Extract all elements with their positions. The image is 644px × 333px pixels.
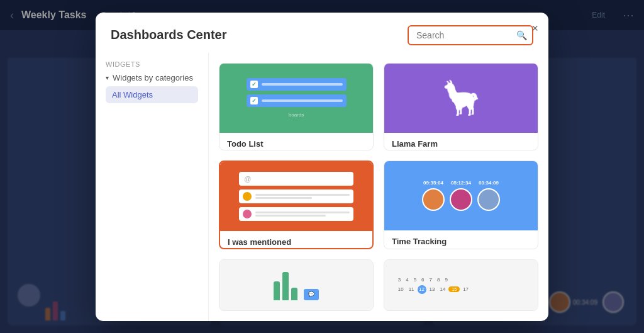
- time-tracking-preview: 09:35:04 05:12:34 00:34:09: [384, 161, 538, 230]
- search-wrapper: 🔍: [408, 25, 533, 45]
- time-tracking-name: Time Tracking: [392, 237, 530, 246]
- date-highlight: 15: [448, 286, 460, 292]
- chart-bar-1: [274, 281, 280, 300]
- widget-card-bottom-1[interactable]: 💬: [219, 259, 374, 311]
- bottom-preview-2: 3 4 5 6 7 8 9 10 11 12: [384, 260, 538, 310]
- num-3: 5: [412, 276, 418, 283]
- chart-bar-2: [282, 272, 289, 300]
- llama-farm-info: Llama Farm Get motivated as a team to tu…: [384, 133, 538, 150]
- widgets-grid: ✓ ✓ boards Todo List List things: [209, 53, 548, 321]
- avatars-row: 09:35:04 05:12:34 00:34:09: [422, 180, 500, 211]
- sidebar: Widgets ▾ Widgets by categories All Widg…: [96, 53, 209, 321]
- num-5: 7: [428, 276, 434, 283]
- tt-avatar-wrap-3: 00:34:09: [477, 180, 500, 211]
- chat-bubble: 💬: [304, 289, 319, 300]
- num-9: 11: [407, 286, 416, 293]
- number-grid: 3 4 5 6 7 8 9 10 11 12: [394, 274, 529, 296]
- tt-time-3: 00:34:09: [479, 180, 499, 186]
- tt-avatar-2: [450, 188, 472, 211]
- num-12: 17: [461, 286, 470, 293]
- time-tracking-desc: Time Tracking allows you to track time f…: [392, 249, 530, 249]
- mention-row-2: [239, 207, 353, 221]
- num-6: 8: [435, 276, 441, 283]
- llama-farm-preview: 🦙: [384, 64, 538, 133]
- time-tracking-info: Time Tracking Time Tracking allows you t…: [384, 230, 538, 249]
- chevron-down-icon: ▾: [106, 74, 109, 81]
- close-button[interactable]: ×: [531, 23, 538, 34]
- mention-at-field: @: [239, 172, 353, 186]
- modal-body: Widgets ▾ Widgets by categories All Widg…: [96, 53, 548, 321]
- modal-header: Dashboards Center 🔍 ×: [96, 13, 548, 53]
- num-7: 9: [443, 276, 449, 283]
- num-8: 10: [396, 286, 406, 293]
- mentioned-name: I was mentioned: [228, 237, 365, 247]
- tt-time-2: 05:12:34: [451, 180, 471, 186]
- widget-card-llama-farm[interactable]: 🦙 Llama Farm Get motivated as a team to …: [384, 63, 538, 150]
- widget-card-todo-list[interactable]: ✓ ✓ boards Todo List List things: [219, 63, 374, 150]
- llama-icon: 🦙: [441, 79, 482, 117]
- mentioned-preview: @: [220, 162, 372, 231]
- bottom-preview-1: 💬: [219, 260, 373, 310]
- tt-time-1: 09:35:04: [423, 180, 443, 186]
- widget-card-mentioned[interactable]: @: [219, 161, 374, 249]
- num-4: 6: [419, 276, 426, 283]
- tt-avatar-1: [422, 188, 445, 211]
- todo-list-preview: ✓ ✓ boards: [219, 64, 373, 133]
- search-icon: 🔍: [516, 30, 527, 40]
- mention-row-1: [239, 189, 353, 203]
- sidebar-item-all-widgets[interactable]: All Widgets: [106, 86, 198, 103]
- num-10: 13: [428, 286, 437, 293]
- search-input[interactable]: [408, 25, 533, 45]
- modal-title: Dashboards Center: [111, 28, 227, 42]
- modal-overlay: Dashboards Center 🔍 × Widgets ▾ Widgets …: [0, 0, 644, 333]
- chart-preview: 💬: [264, 260, 329, 310]
- num-2: 4: [404, 276, 410, 283]
- sidebar-section-label: Widgets: [106, 60, 198, 68]
- widget-card-time-tracking[interactable]: 09:35:04 05:12:34 00:34:09: [384, 161, 538, 249]
- num-11: 14: [438, 286, 447, 293]
- tt-avatar-3: [477, 188, 500, 211]
- llama-farm-name: Llama Farm: [392, 139, 530, 149]
- tt-avatar-wrap-2: 05:12:34: [450, 180, 472, 211]
- modal: Dashboards Center 🔍 × Widgets ▾ Widgets …: [96, 13, 548, 321]
- num-1: 3: [396, 276, 402, 283]
- tt-avatar-wrap-1: 09:35:04: [422, 180, 445, 211]
- category-label: Widgets by categories: [113, 73, 193, 82]
- mini-avatar-2: [243, 210, 252, 218]
- mini-avatar-1: [243, 192, 252, 201]
- widget-card-bottom-2[interactable]: 3 4 5 6 7 8 9 10 11 12: [384, 259, 538, 311]
- sidebar-category[interactable]: ▾ Widgets by categories: [106, 73, 198, 82]
- todo-list-name: Todo List: [227, 139, 365, 149]
- todo-list-info: Todo List List things you need to do and…: [219, 133, 373, 150]
- mentioned-info: I was mentioned Stay on top of updates w…: [220, 231, 372, 249]
- chart-bar-3: [291, 288, 297, 300]
- num-highlighted: 12: [418, 285, 426, 294]
